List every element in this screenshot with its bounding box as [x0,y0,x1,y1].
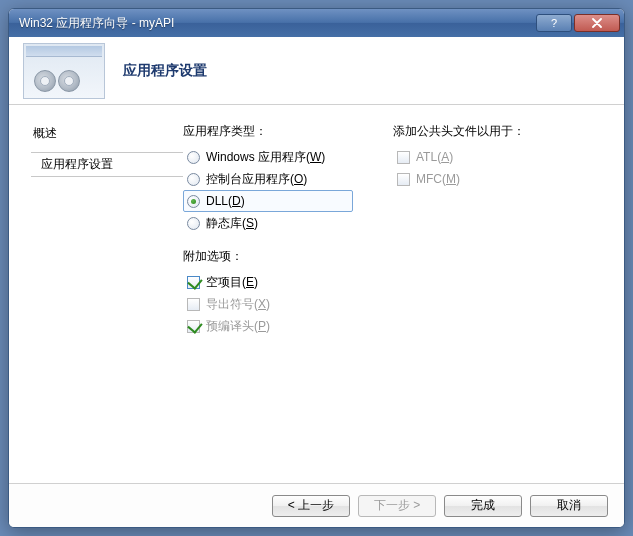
sidebar-item-overview[interactable]: 概述 [33,125,183,142]
check-label: 预编译头(P) [206,318,270,335]
titlebar: Win32 应用程序向导 - myAPI ? [9,9,624,37]
radio-icon [187,151,200,164]
check-label: 空项目(E) [206,274,258,291]
content: 应用程序类型： Windows 应用程序(W) 控制台应用程序(O) DLL(D… [183,123,608,475]
checkbox-icon [397,151,410,164]
radio-label: DLL(D) [206,194,245,208]
dialog-window: Win32 应用程序向导 - myAPI ? 应用程序设置 概述 应用程序设置 [8,8,625,528]
radio-icon [187,217,200,230]
check-precompiled-header: 预编译头(P) [183,315,353,337]
sidebar-item-label: 概述 [33,126,57,140]
footer: < 上一步 下一步 > 完成 取消 [9,483,624,527]
section-label-app-type: 应用程序类型： [183,123,353,140]
group-app-type: 应用程序类型： Windows 应用程序(W) 控制台应用程序(O) DLL(D… [183,123,353,234]
close-icon [592,18,602,28]
radio-windows-app[interactable]: Windows 应用程序(W) [183,146,353,168]
check-atl: ATL(A) [393,146,525,168]
check-label: ATL(A) [416,150,453,164]
finish-button[interactable]: 完成 [444,495,522,517]
group-common-headers: 添加公共头文件以用于： ATL(A) MFC(M) [393,123,525,190]
page-title: 应用程序设置 [123,62,207,80]
checkbox-icon [187,320,200,333]
radio-static-lib[interactable]: 静态库(S) [183,212,353,234]
header-banner: 应用程序设置 [9,37,624,105]
radio-label: 控制台应用程序(O) [206,171,307,188]
checkbox-icon [187,276,200,289]
sidebar-item-app-settings[interactable]: 应用程序设置 [31,152,183,177]
header-image [23,43,105,99]
radio-console-app[interactable]: 控制台应用程序(O) [183,168,353,190]
radio-label: Windows 应用程序(W) [206,149,325,166]
next-button: 下一步 > [358,495,436,517]
check-label: MFC(M) [416,172,460,186]
group-additional-options: 附加选项： 空项目(E) 导出符号(X) 预编译头(P) [183,248,353,337]
check-export-symbols: 导出符号(X) [183,293,353,315]
check-mfc: MFC(M) [393,168,525,190]
sidebar: 概述 应用程序设置 [33,123,183,475]
sidebar-item-label: 应用程序设置 [41,157,113,171]
radio-icon [187,173,200,186]
column-left: 应用程序类型： Windows 应用程序(W) 控制台应用程序(O) DLL(D… [183,123,353,475]
check-label: 导出符号(X) [206,296,270,313]
column-right: 添加公共头文件以用于： ATL(A) MFC(M) [393,123,525,475]
help-button[interactable]: ? [536,14,572,32]
prev-button[interactable]: < 上一步 [272,495,350,517]
section-label-common-headers: 添加公共头文件以用于： [393,123,525,140]
window-title: Win32 应用程序向导 - myAPI [19,15,534,32]
section-label-additional: 附加选项： [183,248,353,265]
radio-icon [187,195,200,208]
check-empty-project[interactable]: 空项目(E) [183,271,353,293]
radio-dll[interactable]: DLL(D) [183,190,353,212]
checkbox-icon [397,173,410,186]
gear-icon [34,70,56,92]
gear-icon [58,70,80,92]
body: 概述 应用程序设置 应用程序类型： Windows 应用程序(W) 控制台应用程… [9,105,624,483]
checkbox-icon [187,298,200,311]
radio-label: 静态库(S) [206,215,258,232]
cancel-button[interactable]: 取消 [530,495,608,517]
close-button[interactable] [574,14,620,32]
